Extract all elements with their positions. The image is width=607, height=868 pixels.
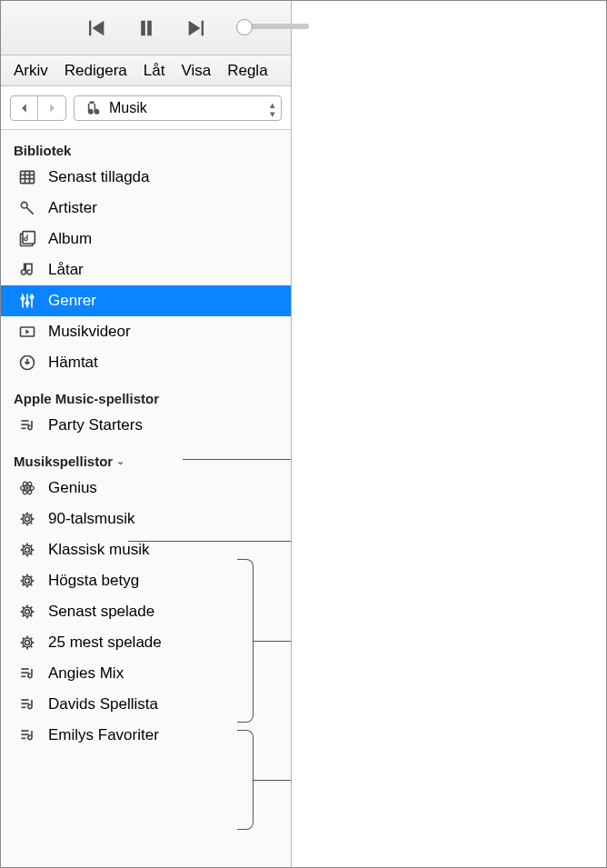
previous-button[interactable]	[83, 15, 108, 41]
gear-icon	[17, 509, 37, 529]
playlist-label: Klassisk musik	[48, 541, 149, 559]
download-icon	[17, 353, 37, 373]
library-item[interactable]: Genrer	[1, 285, 291, 316]
playlist-label: Angies Mix	[48, 664, 124, 683]
playlist-item[interactable]: Genius	[1, 473, 291, 504]
svg-point-73	[23, 638, 32, 647]
sliders-icon	[17, 291, 37, 311]
playlist-icon	[17, 415, 37, 435]
next-button[interactable]	[184, 15, 210, 41]
menu-bar: Arkiv Redigera Låt Visa Regla	[1, 55, 291, 86]
playlist-icon	[17, 694, 37, 714]
svg-point-43	[23, 545, 32, 554]
svg-point-13	[25, 301, 29, 304]
svg-point-14	[30, 295, 34, 299]
svg-point-44	[25, 579, 30, 584]
svg-point-33	[23, 514, 32, 524]
svg-point-63	[23, 607, 32, 616]
playlist-item[interactable]: 90-talsmusik	[1, 504, 291, 534]
section-applemusic-title: Apple Music-spellistor	[1, 378, 291, 410]
callout-line	[183, 459, 291, 460]
library-item[interactable]: Artister	[1, 193, 291, 224]
library-label: Artister	[48, 199, 97, 217]
gear-icon	[17, 633, 37, 653]
applemusic-playlist-item[interactable]: Party Starters	[1, 410, 291, 441]
section-library-title: Bibliotek	[1, 130, 291, 162]
menu-visa[interactable]: Visa	[181, 62, 211, 80]
playlist-icon	[17, 663, 37, 683]
mic-icon	[17, 198, 37, 218]
playlist-label: Emilys Favoriter	[48, 726, 159, 744]
volume-slider[interactable]	[236, 24, 309, 29]
forward-button[interactable]	[38, 96, 65, 120]
svg-point-53	[23, 576, 32, 585]
nav-row: Musik ▴▾	[1, 86, 291, 130]
playlist-icon	[17, 725, 37, 745]
library-label: Senast tillagda	[48, 168, 150, 186]
recent-icon	[17, 167, 37, 187]
source-label: Musik	[109, 100, 147, 116]
svg-point-5	[21, 202, 27, 208]
svg-point-20	[25, 486, 28, 489]
playlist-label: 25 mest spelade	[48, 634, 162, 652]
playlist-label: Genius	[48, 479, 97, 497]
video-icon	[17, 322, 37, 342]
svg-point-34	[25, 548, 30, 553]
svg-line-6	[26, 207, 33, 215]
gear-icon	[17, 602, 37, 622]
sidebar-list: Bibliotek Senast tillagdaArtisterAlbumLå…	[1, 130, 291, 867]
library-item[interactable]: Hämtat	[1, 347, 291, 378]
album-icon	[17, 229, 37, 249]
pause-button[interactable]	[134, 15, 159, 41]
library-item[interactable]: Senast tillagda	[1, 162, 291, 193]
playlist-label: Davids Spellista	[48, 695, 158, 713]
library-label: Album	[48, 230, 92, 248]
library-item[interactable]: Album	[1, 224, 291, 254]
menu-redigera[interactable]: Redigera	[65, 62, 127, 80]
section-playlists-title[interactable]: Musikspellistor ⌄	[1, 441, 137, 473]
source-select[interactable]: Musik ▴▾	[74, 95, 282, 121]
svg-point-64	[25, 641, 30, 645]
svg-rect-0	[21, 171, 35, 183]
back-button[interactable]	[11, 96, 38, 120]
gear-icon	[17, 571, 37, 591]
menu-reglage[interactable]: Regla	[227, 62, 267, 80]
playlist-label: 90-talsmusik	[48, 510, 134, 528]
playlist-label: Senast spelade	[48, 603, 154, 621]
chevron-down-icon: ⌄	[116, 455, 124, 467]
library-label: Musikvideor	[48, 323, 131, 341]
svg-point-54	[25, 610, 30, 614]
music-note-icon	[82, 98, 102, 118]
library-item[interactable]: Musikvideor	[1, 316, 291, 347]
library-label: Låtar	[48, 261, 84, 279]
playlist-label: Högsta betyg	[48, 572, 139, 590]
note-icon	[17, 260, 37, 280]
callout-line	[128, 541, 291, 542]
svg-point-12	[21, 296, 25, 300]
menu-arkiv[interactable]: Arkiv	[14, 62, 48, 80]
gear-icon	[17, 540, 37, 560]
bracket	[237, 730, 254, 830]
nav-segment	[10, 95, 66, 121]
svg-point-24	[25, 517, 30, 522]
bracket	[237, 559, 254, 723]
updown-icon: ▴▾	[270, 100, 275, 118]
genius-icon	[17, 478, 37, 498]
menu-lat[interactable]: Låt	[144, 62, 165, 80]
playback-controls	[1, 1, 291, 55]
library-label: Genrer	[48, 292, 96, 310]
library-item[interactable]: Låtar	[1, 254, 291, 285]
applemusic-playlist-label: Party Starters	[48, 416, 143, 434]
library-label: Hämtat	[48, 354, 98, 372]
